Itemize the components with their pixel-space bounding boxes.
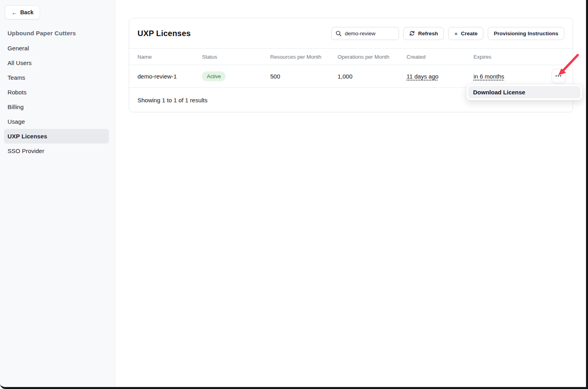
sidebar-nav: General All Users Teams Robots Billing U… xyxy=(4,41,109,158)
back-button-label: Back xyxy=(20,9,33,15)
sidebar-item-general[interactable]: General xyxy=(4,41,109,56)
create-button-label: Create xyxy=(461,31,477,36)
provisioning-instructions-button[interactable]: Provisioning Instructions xyxy=(488,27,564,40)
refresh-icon xyxy=(409,31,415,36)
back-button[interactable]: ← Back xyxy=(5,5,40,19)
sidebar-item-uxp-licenses[interactable]: UXP Licenses xyxy=(4,129,109,144)
org-title: Upbound Paper Cutters xyxy=(8,30,76,36)
app-window: ← Back Upbound Paper Cutters General All… xyxy=(0,0,588,389)
column-header-expires: Expires xyxy=(473,54,552,60)
sidebar-item-billing[interactable]: Billing xyxy=(4,100,109,114)
column-header-created: Created xyxy=(407,54,473,60)
table-header-row: Name Status Resources per Month Operatio… xyxy=(129,48,573,65)
sidebar-item-all-users[interactable]: All Users xyxy=(4,56,109,70)
search-input[interactable] xyxy=(345,31,395,36)
provisioning-instructions-label: Provisioning Instructions xyxy=(494,31,558,36)
row-actions-menu-button[interactable]: ••• xyxy=(552,69,566,83)
search-icon xyxy=(336,31,342,36)
plus-icon: + xyxy=(454,31,458,36)
panel-header: UXP Licenses xyxy=(129,18,573,48)
refresh-button[interactable]: Refresh xyxy=(403,27,444,40)
panel-title: UXP Licenses xyxy=(137,29,191,38)
panel-controls: Refresh + Create Provisioning Instructio… xyxy=(331,27,564,40)
row-actions-context-menu: Download License xyxy=(466,84,582,100)
created-value[interactable]: 11 days ago xyxy=(407,73,439,80)
column-header-name: Name xyxy=(137,54,202,60)
sidebar-item-teams[interactable]: Teams xyxy=(4,70,109,85)
license-search-box xyxy=(331,27,399,40)
license-name: demo-review-1 xyxy=(137,73,202,80)
status-badge: Active xyxy=(202,71,225,81)
sidebar-item-robots[interactable]: Robots xyxy=(4,85,109,100)
column-header-status: Status xyxy=(202,54,270,60)
operations-per-month-value: 1,000 xyxy=(338,73,407,80)
column-header-operations: Operations per Month xyxy=(338,54,407,60)
download-license-menu-item[interactable]: Download License xyxy=(468,86,580,98)
back-arrow-icon: ← xyxy=(11,10,17,15)
resources-per-month-value: 500 xyxy=(270,73,338,80)
settings-sidebar: ← Back Upbound Paper Cutters General All… xyxy=(0,0,115,387)
refresh-button-label: Refresh xyxy=(418,31,438,36)
column-header-resources: Resources per Month xyxy=(270,54,338,60)
sidebar-item-usage[interactable]: Usage xyxy=(4,114,109,129)
create-button[interactable]: + Create xyxy=(448,27,483,40)
sidebar-item-sso-provider[interactable]: SSO Provider xyxy=(4,144,109,158)
expires-value[interactable]: in 6 months xyxy=(473,73,504,80)
